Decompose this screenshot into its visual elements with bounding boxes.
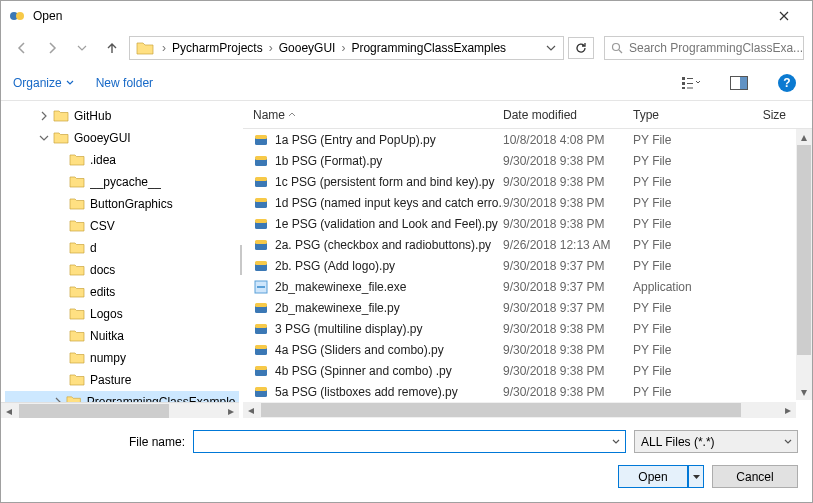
- folder-tree[interactable]: GitHubGooeyGUI.idea__pycache__ButtonGrap…: [1, 101, 239, 418]
- list-horizontal-scrollbar[interactable]: ◂ ▸: [243, 402, 796, 418]
- view-options-button[interactable]: [678, 70, 704, 96]
- cancel-button[interactable]: Cancel: [712, 465, 798, 488]
- scrollbar-thumb[interactable]: [797, 145, 811, 355]
- tree-horizontal-scrollbar[interactable]: ◂ ▸: [1, 402, 239, 418]
- close-button[interactable]: [764, 2, 804, 30]
- svg-point-1: [16, 12, 24, 20]
- file-row[interactable]: 2b_makewinexe_file.exe9/30/2018 9:37 PMA…: [243, 276, 812, 297]
- file-name: 1c PSG (persistent form and bind key).py: [275, 175, 494, 189]
- expand-icon: [53, 285, 67, 299]
- scroll-down-icon[interactable]: ▾: [797, 385, 811, 399]
- file-row[interactable]: 4a PSG (Sliders and combo).py9/30/2018 9…: [243, 339, 812, 360]
- refresh-button[interactable]: [568, 37, 594, 59]
- column-name[interactable]: Name: [253, 108, 503, 122]
- tree-item[interactable]: ButtonGraphics: [5, 193, 239, 215]
- expand-icon: [53, 351, 67, 365]
- scroll-up-icon[interactable]: ▴: [797, 130, 811, 144]
- new-folder-button[interactable]: New folder: [96, 76, 153, 90]
- svg-rect-16: [255, 177, 267, 181]
- column-date[interactable]: Date modified: [503, 108, 633, 122]
- tree-item[interactable]: Logos: [5, 303, 239, 325]
- open-button[interactable]: Open: [618, 465, 688, 488]
- list-vertical-scrollbar[interactable]: ▴ ▾: [796, 129, 812, 400]
- svg-rect-10: [740, 77, 747, 89]
- file-row[interactable]: 4b PSG (Spinner and combo) .py9/30/2018 …: [243, 360, 812, 381]
- button-row: Open Cancel: [15, 465, 798, 488]
- scroll-right-icon[interactable]: ▸: [223, 404, 239, 418]
- tree-item[interactable]: GooeyGUI: [5, 127, 239, 149]
- file-row[interactable]: 1a PSG (Entry and PopUp).py10/8/2018 4:0…: [243, 129, 812, 150]
- breadcrumb-item[interactable]: PycharmProjects: [170, 41, 265, 55]
- column-type[interactable]: Type: [633, 108, 733, 122]
- tree-item[interactable]: .idea: [5, 149, 239, 171]
- python-file-icon: [253, 195, 269, 211]
- filename-combobox[interactable]: [193, 430, 626, 453]
- scroll-left-icon[interactable]: ◂: [1, 404, 17, 418]
- up-button[interactable]: [99, 35, 125, 61]
- file-date: 9/26/2018 12:13 AM: [503, 238, 633, 252]
- file-row[interactable]: 1d PSG (named input keys and catch erro.…: [243, 192, 812, 213]
- breadcrumb-item[interactable]: GooeyGUI: [277, 41, 338, 55]
- scrollbar-thumb[interactable]: [19, 404, 169, 418]
- file-row[interactable]: 2b. PSG (Add logo).py9/30/2018 9:37 PMPY…: [243, 255, 812, 276]
- svg-rect-34: [255, 366, 267, 370]
- address-history-dropdown[interactable]: [541, 37, 561, 59]
- file-name: 1e PSG (validation and Look and Feel).py: [275, 217, 498, 231]
- window-title: Open: [33, 9, 764, 23]
- file-row[interactable]: 1c PSG (persistent form and bind key).py…: [243, 171, 812, 192]
- chevron-right-icon[interactable]: ›: [158, 41, 170, 55]
- tree-item[interactable]: Nuitka: [5, 325, 239, 347]
- file-name: 2b_makewinexe_file.exe: [275, 280, 406, 294]
- filename-row: File name: ALL Files (*.*): [15, 430, 798, 453]
- tree-item[interactable]: numpy: [5, 347, 239, 369]
- column-size[interactable]: Size: [733, 108, 812, 122]
- file-type-filter[interactable]: ALL Files (*.*): [634, 430, 798, 453]
- address-bar[interactable]: › PycharmProjects › GooeyGUI › Programmi…: [129, 36, 564, 60]
- back-button[interactable]: [9, 35, 35, 61]
- file-row[interactable]: 2b_makewinexe_file.py9/30/2018 9:37 PMPY…: [243, 297, 812, 318]
- file-row[interactable]: 2a. PSG (checkbox and radiobuttons).py9/…: [243, 234, 812, 255]
- scrollbar-thumb[interactable]: [261, 403, 741, 417]
- folder-icon: [69, 196, 85, 212]
- file-row[interactable]: 1e PSG (validation and Look and Feel).py…: [243, 213, 812, 234]
- file-row[interactable]: 3 PSG (multiline display).py9/30/2018 9:…: [243, 318, 812, 339]
- file-date: 9/30/2018 9:38 PM: [503, 322, 633, 336]
- tree-item[interactable]: __pycache__: [5, 171, 239, 193]
- tree-item[interactable]: Pasture: [5, 369, 239, 391]
- forward-button[interactable]: [39, 35, 65, 61]
- tree-item[interactable]: edits: [5, 281, 239, 303]
- scroll-right-icon[interactable]: ▸: [780, 403, 796, 417]
- tree-item[interactable]: CSV: [5, 215, 239, 237]
- file-row[interactable]: 5a PSG (listboxes add remove).py9/30/201…: [243, 381, 812, 402]
- file-row[interactable]: 1b PSG (Format).py9/30/2018 9:38 PMPY Fi…: [243, 150, 812, 171]
- organize-button[interactable]: Organize: [13, 76, 74, 90]
- filter-dropdown-button[interactable]: [779, 438, 797, 446]
- expand-icon[interactable]: [37, 109, 51, 123]
- tree-item[interactable]: docs: [5, 259, 239, 281]
- exe-icon: [253, 279, 269, 295]
- open-split-button[interactable]: Open: [618, 465, 704, 488]
- chevron-right-icon[interactable]: ›: [265, 41, 277, 55]
- help-button[interactable]: ?: [774, 70, 800, 96]
- file-type: PY File: [633, 238, 733, 252]
- file-name: 2a. PSG (checkbox and radiobuttons).py: [275, 238, 491, 252]
- file-name: 2b_makewinexe_file.py: [275, 301, 400, 315]
- recent-locations-button[interactable]: [69, 35, 95, 61]
- scroll-left-icon[interactable]: ◂: [243, 403, 259, 417]
- collapse-icon[interactable]: [37, 131, 51, 145]
- file-list: Name Date modified Type Size 1a PSG (Ent…: [243, 101, 812, 418]
- tree-item-label: Nuitka: [90, 329, 124, 343]
- search-input[interactable]: Search ProgrammingClassExa...: [604, 36, 804, 60]
- filename-label: File name:: [15, 435, 185, 449]
- chevron-right-icon[interactable]: ›: [337, 41, 349, 55]
- folder-icon: [69, 240, 85, 256]
- svg-rect-24: [255, 261, 267, 265]
- breadcrumb-item[interactable]: ProgrammingClassExamples: [349, 41, 508, 55]
- preview-pane-button[interactable]: [726, 70, 752, 96]
- filename-dropdown-button[interactable]: [607, 431, 625, 452]
- open-dropdown-button[interactable]: [688, 465, 704, 488]
- file-type: PY File: [633, 322, 733, 336]
- tree-item[interactable]: GitHub: [5, 105, 239, 127]
- tree-item[interactable]: d: [5, 237, 239, 259]
- filename-input[interactable]: [194, 431, 607, 452]
